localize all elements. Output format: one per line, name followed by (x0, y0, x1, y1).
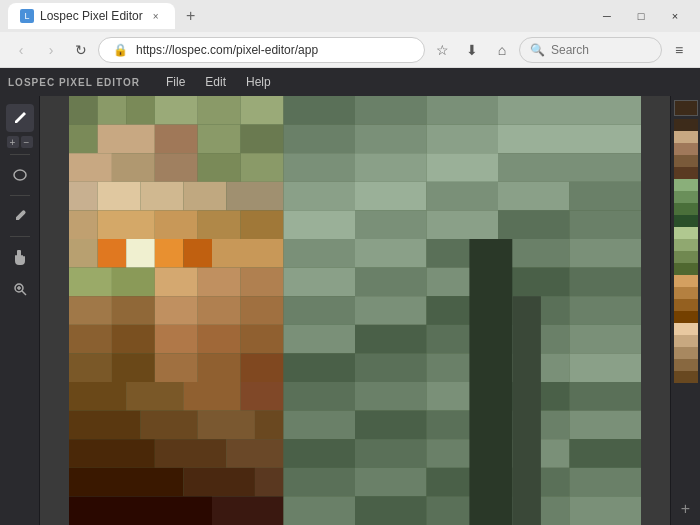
palette-color-8[interactable] (674, 215, 698, 227)
svg-rect-110 (570, 296, 642, 325)
back-button[interactable]: ‹ (8, 37, 34, 63)
tab-favicon: L (20, 9, 34, 23)
svg-rect-61 (241, 382, 284, 411)
palette-color-10[interactable] (674, 239, 698, 251)
svg-rect-31 (241, 210, 284, 239)
active-color-preview[interactable] (674, 100, 698, 116)
palette-color-9[interactable] (674, 227, 698, 239)
palette-color-4[interactable] (674, 167, 698, 179)
title-bar: L Lospec Pixel Editor × + ─ □ × (0, 0, 700, 32)
forward-button[interactable]: › (38, 37, 64, 63)
download-button[interactable]: ⬇ (459, 37, 485, 63)
svg-rect-44 (112, 296, 155, 325)
svg-rect-53 (69, 353, 112, 382)
svg-rect-72 (69, 496, 212, 525)
palette-color-15[interactable] (674, 299, 698, 311)
bookmark-button[interactable]: ☆ (429, 37, 455, 63)
pencil-tool[interactable] (6, 104, 34, 132)
svg-rect-146 (469, 239, 512, 525)
menu-button[interactable]: ≡ (666, 37, 692, 63)
lasso-tool[interactable] (6, 161, 34, 189)
palette-color-5[interactable] (674, 179, 698, 191)
svg-rect-95 (570, 210, 642, 239)
menu-edit[interactable]: Edit (195, 71, 236, 93)
palette-color-21[interactable] (674, 371, 698, 383)
palette-color-17[interactable] (674, 323, 698, 335)
menu-file[interactable]: File (156, 71, 195, 93)
eyedropper-tool[interactable] (6, 202, 34, 230)
svg-rect-21 (241, 153, 284, 182)
svg-rect-35 (183, 239, 212, 268)
hand-tool[interactable] (6, 243, 34, 271)
svg-rect-127 (355, 411, 427, 440)
close-button[interactable]: × (658, 0, 692, 32)
home-button[interactable]: ⌂ (489, 37, 515, 63)
palette-color-7[interactable] (674, 203, 698, 215)
svg-rect-17 (69, 153, 112, 182)
add-mod-button[interactable]: + (7, 136, 19, 148)
svg-rect-94 (498, 210, 570, 239)
palette-color-16[interactable] (674, 311, 698, 323)
svg-rect-13 (98, 125, 155, 154)
svg-rect-111 (284, 325, 356, 354)
svg-rect-39 (112, 268, 155, 297)
svg-rect-100 (570, 239, 642, 268)
browser-chrome: L Lospec Pixel Editor × + ─ □ × ‹ › ↻ 🔒 … (0, 0, 700, 68)
palette-color-19[interactable] (674, 347, 698, 359)
svg-rect-48 (69, 325, 112, 354)
palette-color-0[interactable] (674, 119, 698, 131)
svg-rect-88 (427, 182, 499, 211)
tab-close-button[interactable]: × (149, 9, 163, 23)
svg-rect-140 (570, 468, 642, 497)
svg-rect-65 (255, 411, 284, 440)
palette-color-3[interactable] (674, 155, 698, 167)
palette-color-11[interactable] (674, 251, 698, 263)
svg-rect-70 (183, 468, 255, 497)
svg-rect-25 (183, 182, 226, 211)
svg-point-0 (14, 170, 26, 180)
svg-rect-57 (241, 353, 284, 382)
palette-color-13[interactable] (674, 275, 698, 287)
url-text: https://lospec.com/pixel-editor/app (136, 43, 318, 57)
menu-help[interactable]: Help (236, 71, 281, 93)
svg-rect-131 (284, 439, 356, 468)
tool-separator-3 (10, 236, 30, 237)
window-controls: ─ □ × (590, 0, 692, 32)
svg-rect-47 (241, 296, 284, 325)
palette-color-2[interactable] (674, 143, 698, 155)
maximize-button[interactable]: □ (624, 0, 658, 32)
search-bar[interactable]: 🔍 (519, 37, 662, 63)
svg-rect-75 (355, 96, 427, 125)
svg-rect-62 (69, 411, 141, 440)
zoom-tool[interactable] (6, 275, 34, 303)
palette-add-button[interactable]: + (674, 497, 698, 521)
palette-color-1[interactable] (674, 131, 698, 143)
svg-rect-63 (141, 411, 198, 440)
search-input[interactable] (551, 43, 651, 57)
svg-rect-23 (98, 182, 141, 211)
canvas-area[interactable] (40, 96, 670, 525)
svg-rect-45 (155, 296, 198, 325)
new-tab-button[interactable]: + (179, 4, 203, 28)
svg-rect-38 (69, 268, 112, 297)
url-bar[interactable]: 🔒 https://lospec.com/pixel-editor/app (98, 37, 425, 63)
minimize-button[interactable]: ─ (590, 0, 624, 32)
svg-rect-106 (284, 296, 356, 325)
sub-mod-button[interactable]: − (21, 136, 33, 148)
svg-rect-8 (126, 96, 155, 125)
palette-color-14[interactable] (674, 287, 698, 299)
svg-rect-147 (512, 296, 541, 525)
palette-color-18[interactable] (674, 335, 698, 347)
svg-rect-115 (570, 325, 642, 354)
palette-color-12[interactable] (674, 263, 698, 275)
browser-tab[interactable]: L Lospec Pixel Editor × (8, 3, 175, 29)
svg-rect-20 (198, 153, 241, 182)
svg-rect-33 (126, 239, 155, 268)
svg-rect-42 (241, 268, 284, 297)
palette-color-6[interactable] (674, 191, 698, 203)
palette-color-20[interactable] (674, 359, 698, 371)
refresh-button[interactable]: ↻ (68, 37, 94, 63)
svg-rect-86 (284, 182, 356, 211)
svg-rect-50 (155, 325, 198, 354)
svg-rect-68 (226, 439, 283, 468)
